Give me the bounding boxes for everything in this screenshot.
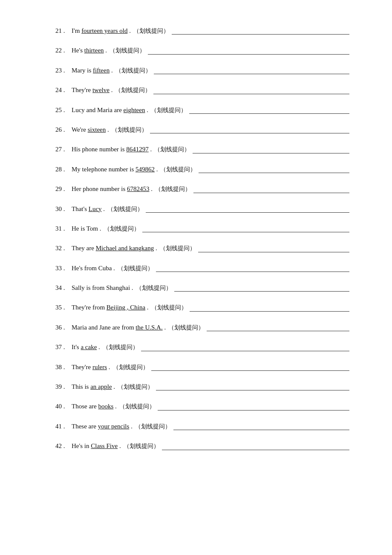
underlined-text: an apple bbox=[90, 383, 112, 390]
item-number: 22 . bbox=[55, 45, 72, 55]
sentence-text: They are Michael and kangkang . bbox=[72, 243, 157, 253]
underlined-text: Beijing , China bbox=[107, 304, 145, 311]
answer-line bbox=[154, 74, 349, 74]
list-item: 30 .That's Lucy .（划线提问） bbox=[55, 204, 349, 214]
answer-line bbox=[189, 113, 349, 114]
item-content: They're twelve .（划线提问） bbox=[72, 85, 349, 95]
hint-text: （划线提问） bbox=[113, 363, 149, 372]
list-item: 39 .This is an apple .（划线提问） bbox=[55, 382, 349, 392]
item-content: His phone number is 8641297 .（划线提问） bbox=[72, 144, 349, 154]
item-number: 25 . bbox=[55, 105, 72, 115]
item-number: 24 . bbox=[55, 85, 72, 95]
item-number: 23 . bbox=[55, 65, 72, 75]
item-content: I'm fourteen years old .（划线提问） bbox=[72, 26, 349, 36]
item-number: 40 . bbox=[55, 401, 72, 411]
sentence-text: We're sixteen . bbox=[72, 124, 109, 135]
answer-line bbox=[174, 291, 349, 292]
list-item: 27 .His phone number is 8641297 .（划线提问） bbox=[55, 144, 349, 154]
answer-line bbox=[173, 430, 349, 430]
item-number: 36 . bbox=[55, 322, 72, 332]
answer-line bbox=[150, 133, 349, 133]
sentence-text: That's Lucy . bbox=[72, 204, 105, 214]
answer-line bbox=[172, 34, 349, 35]
hint-text: （划线提问） bbox=[151, 303, 187, 312]
list-item: 21 .I'm fourteen years old .（划线提问） bbox=[55, 26, 349, 36]
underlined-text: Class Five bbox=[91, 442, 118, 449]
hint-text: （划线提问） bbox=[118, 382, 153, 392]
item-content: Sally is from Shanghai .（划线提问） bbox=[72, 283, 349, 293]
sentence-text: He's thirteen . bbox=[72, 45, 107, 55]
sentence-text: Her phone number is 6782453 . bbox=[72, 184, 153, 194]
answer-line bbox=[190, 311, 349, 312]
answer-line bbox=[153, 94, 349, 94]
hint-text: （划线提问） bbox=[154, 145, 190, 154]
hint-text: （划线提问） bbox=[119, 402, 155, 411]
underlined-text: fifteen bbox=[93, 67, 110, 74]
item-number: 28 . bbox=[55, 164, 72, 174]
item-content: We're sixteen .（划线提问） bbox=[72, 124, 349, 135]
hint-text: （划线提问） bbox=[104, 224, 140, 234]
answer-line bbox=[162, 450, 349, 450]
answer-line bbox=[198, 252, 349, 252]
sentence-text: He's from Cuba . bbox=[72, 263, 115, 273]
item-number: 31 . bbox=[55, 223, 72, 234]
list-item: 40 .Those are books .（划线提问） bbox=[55, 401, 349, 411]
item-content: He's in Class Five .（划线提问） bbox=[72, 441, 349, 451]
hint-text: （划线提问） bbox=[115, 66, 151, 75]
item-number: 38 . bbox=[55, 362, 72, 372]
item-content: That's Lucy .（划线提问） bbox=[72, 204, 349, 214]
item-content: This is an apple .（划线提问） bbox=[72, 382, 349, 392]
underlined-text: 549862 bbox=[135, 166, 155, 173]
sentence-text: Sally is from Shanghai . bbox=[72, 283, 133, 293]
item-content: My telephone number is 549862 .（划线提问） bbox=[72, 164, 349, 174]
answer-line bbox=[207, 331, 349, 331]
sentence-text: These are your pencils . bbox=[72, 421, 133, 431]
sentence-text: Those are books . bbox=[72, 401, 117, 411]
hint-text: （划线提问） bbox=[103, 343, 138, 352]
item-content: Lucy and Maria are eighteen .（划线提问） bbox=[72, 105, 349, 115]
answer-line bbox=[158, 410, 349, 410]
item-content: They're rulers .（划线提问） bbox=[72, 362, 349, 372]
list-item: 25 .Lucy and Maria are eighteen .（划线提问） bbox=[55, 105, 349, 115]
sentence-text: It's a cake . bbox=[72, 342, 100, 352]
sentence-text: He is Tom . bbox=[72, 223, 101, 234]
item-number: 39 . bbox=[55, 382, 72, 392]
sentence-text: They're rulers . bbox=[72, 362, 110, 372]
sentence-text: They're twelve . bbox=[72, 85, 112, 95]
underlined-text: twelve bbox=[92, 87, 110, 93]
item-content: He's thirteen .（划线提问） bbox=[72, 45, 349, 55]
sentence-text: Mary is fifteen . bbox=[72, 65, 113, 75]
hint-text: （划线提问） bbox=[110, 46, 145, 55]
answer-line bbox=[151, 370, 349, 371]
sentence-text: He's in Class Five . bbox=[72, 441, 121, 451]
answer-line bbox=[156, 390, 349, 390]
underlined-text: sixteen bbox=[88, 126, 106, 133]
item-content: Her phone number is 6782453 .（划线提问） bbox=[72, 184, 349, 194]
hint-text: （划线提问） bbox=[155, 185, 191, 194]
list-item: 38 .They're rulers .（划线提问） bbox=[55, 362, 349, 372]
list-item: 37 .It's a cake .（划线提问） bbox=[55, 342, 349, 352]
sentence-text: This is an apple . bbox=[72, 382, 115, 392]
hint-text: （划线提问） bbox=[124, 442, 159, 451]
answer-line bbox=[193, 193, 349, 193]
list-item: 41 .These are your pencils .（划线提问） bbox=[55, 421, 349, 431]
answer-line bbox=[141, 351, 349, 351]
hint-text: （划线提问） bbox=[151, 106, 187, 115]
item-content: Mary is fifteen .（划线提问） bbox=[72, 65, 349, 75]
answer-line bbox=[193, 153, 349, 153]
item-content: It's a cake .（划线提问） bbox=[72, 342, 349, 352]
hint-text: （划线提问） bbox=[168, 323, 204, 332]
underlined-text: 8641297 bbox=[126, 146, 149, 153]
underlined-text: thirteen bbox=[84, 47, 104, 54]
hint-text: （划线提问） bbox=[107, 205, 143, 214]
item-content: He is Tom .（划线提问） bbox=[72, 223, 349, 234]
underlined-text: your pencils bbox=[98, 423, 130, 430]
list-item: 24 .They're twelve .（划线提问） bbox=[55, 85, 349, 95]
list-item: 42 .He's in Class Five .（划线提问） bbox=[55, 441, 349, 451]
item-number: 26 . bbox=[55, 124, 72, 135]
hint-text: （划线提问） bbox=[136, 283, 172, 293]
underlined-text: Lucy bbox=[89, 205, 102, 212]
item-number: 33 . bbox=[55, 263, 72, 273]
item-number: 34 . bbox=[55, 283, 72, 293]
list-item: 28 .My telephone number is 549862 .（划线提问… bbox=[55, 164, 349, 174]
